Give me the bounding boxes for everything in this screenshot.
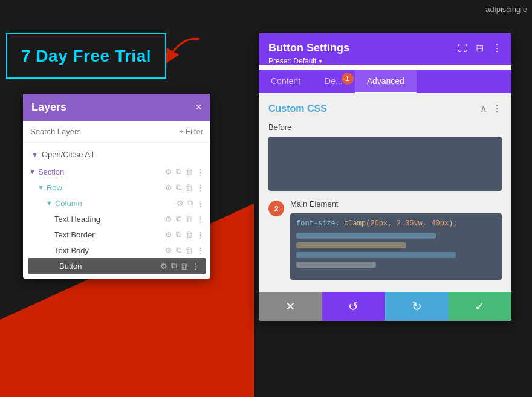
fullscreen-icon[interactable]: ⛶ — [458, 43, 467, 54]
layer-item-text-body[interactable]: Text Body ⚙ ⧉ 🗑 ⋮ — [23, 242, 210, 258]
settings-icon[interactable]: ⚙ — [165, 167, 172, 176]
layer-label: Text Heading — [54, 215, 165, 224]
delete-icon[interactable]: 🗑 — [185, 246, 193, 255]
blurred-line-1 — [296, 233, 436, 239]
code-separator-1: , — [388, 219, 396, 228]
more-icon[interactable]: ⋮ — [196, 215, 204, 224]
settings-panel: Button Settings ⛶ ⊟ ⋮ Preset: Default ▾ … — [259, 33, 511, 321]
blurred-line-3 — [296, 252, 456, 258]
settings-body: Custom CSS ∧ ⋮ Before 2 Main Element fon… — [259, 93, 511, 292]
layers-title: Layers — [31, 101, 66, 114]
layers-body: ▼ Open/Close All ▼ Section ⚙ ⧉ 🗑 ⋮ ▼ Row… — [23, 143, 210, 279]
delete-icon[interactable]: 🗑 — [180, 262, 188, 271]
settings-header-icons: ⛶ ⊟ ⋮ — [458, 42, 502, 54]
duplicate-icon[interactable]: ⧉ — [176, 167, 181, 176]
settings-header: Button Settings ⛶ ⊟ ⋮ Preset: Default ▾ — [259, 33, 511, 65]
layer-item-button[interactable]: Button ⚙ ⧉ 🗑 ⋮ — [28, 258, 206, 274]
free-trial-box: 7 Day Free Trial — [6, 33, 166, 79]
main-element-label: Main Element — [290, 199, 502, 208]
layer-item-column[interactable]: ▼ Column ⚙ ⧉ ⋮ — [23, 195, 210, 211]
duplicate-icon[interactable]: ⧉ — [176, 182, 181, 192]
code-number-3: 40px — [431, 219, 449, 228]
more-icon[interactable]: ⋮ — [492, 103, 502, 114]
settings-icon[interactable]: ⚙ — [165, 246, 172, 255]
before-label: Before — [268, 123, 502, 132]
main-element-row: 2 Main Element font-size: clamp(20px, 2.… — [268, 199, 502, 280]
delete-icon[interactable]: 🗑 — [185, 215, 193, 224]
blurred-code-lines — [296, 233, 496, 268]
open-close-all[interactable]: ▼ Open/Close All — [23, 147, 210, 164]
layer-actions: ⚙ ⧉ 🗑 ⋮ — [160, 261, 199, 271]
settings-footer: ✕ ↺ ↻ ✓ — [259, 292, 511, 321]
layers-search-input[interactable] — [30, 127, 174, 136]
badge-2: 2 — [268, 201, 284, 216]
duplicate-icon[interactable]: ⧉ — [171, 261, 177, 271]
tab-design[interactable]: De... 1 — [313, 70, 355, 93]
layers-panel: Layers × + Filter ▼ Open/Close All ▼ Sec… — [23, 94, 210, 279]
settings-icon[interactable]: ⚙ — [165, 230, 172, 239]
layer-actions: ⚙ ⧉ 🗑 ⋮ — [165, 230, 204, 239]
settings-icon[interactable]: ⚙ — [165, 183, 172, 192]
more-icon[interactable]: ⋮ — [196, 183, 204, 192]
layer-actions: ⚙ ⧉ 🗑 ⋮ — [165, 182, 204, 192]
more-icon[interactable]: ⋮ — [196, 230, 204, 239]
tab-content[interactable]: Content — [259, 70, 313, 93]
chevron-icon: ▼ — [46, 199, 53, 207]
tab-badge-1: 1 — [342, 73, 354, 85]
custom-css-header-icons: ∧ ⋮ — [480, 103, 502, 114]
layer-label: Row — [47, 183, 165, 192]
tab-advanced[interactable]: Advanced — [355, 70, 417, 93]
delete-icon[interactable]: 🗑 — [185, 183, 193, 192]
top-right-text: adipiscing e — [485, 5, 527, 14]
blurred-line-4 — [296, 262, 376, 268]
undo-button[interactable]: ↺ — [322, 292, 386, 321]
layer-item-section[interactable]: ▼ Section ⚙ ⧉ 🗑 ⋮ — [23, 164, 210, 179]
split-icon[interactable]: ⊟ — [476, 42, 484, 54]
free-trial-text: 7 Day Free Trial — [21, 47, 151, 66]
main-element-css-editor[interactable]: font-size: clamp(20px, 2.35vw, 40px); — [290, 213, 502, 280]
duplicate-icon[interactable]: ⧉ — [176, 230, 181, 239]
tab-content-label: Content — [271, 76, 300, 86]
delete-icon[interactable]: 🗑 — [185, 167, 193, 176]
layer-actions: ⚙ ⧉ 🗑 ⋮ — [165, 214, 204, 224]
redo-button[interactable]: ↻ — [385, 292, 449, 321]
layer-item-text-heading[interactable]: Text Heading ⚙ ⧉ 🗑 ⋮ — [23, 211, 210, 227]
chevron-icon: ▼ — [31, 151, 38, 158]
settings-icon[interactable]: ⚙ — [165, 215, 172, 224]
settings-title: Button Settings — [268, 42, 349, 54]
layer-item-row[interactable]: ▼ Row ⚙ ⧉ 🗑 ⋮ — [23, 179, 210, 195]
more-icon[interactable]: ⋮ — [196, 246, 204, 255]
more-options-icon[interactable]: ⋮ — [492, 42, 502, 54]
layer-actions: ⚙ ⧉ 🗑 ⋮ — [165, 245, 204, 255]
custom-css-header: Custom CSS ∧ ⋮ — [268, 103, 502, 114]
duplicate-icon[interactable]: ⧉ — [176, 214, 181, 224]
code-number-2: 2.35vw — [397, 219, 423, 228]
layer-label: Text Border — [54, 230, 165, 239]
code-property: font-size: — [296, 219, 344, 228]
duplicate-icon[interactable]: ⧉ — [187, 198, 193, 208]
chevron-icon: ▼ — [37, 184, 44, 191]
layer-label: Section — [38, 167, 165, 176]
tab-advanced-label: Advanced — [367, 76, 404, 86]
layer-item-text-border[interactable]: Text Border ⚙ ⧉ 🗑 ⋮ — [23, 227, 210, 242]
settings-icon[interactable]: ⚙ — [160, 262, 167, 271]
duplicate-icon[interactable]: ⧉ — [176, 245, 181, 255]
code-value: clamp( — [344, 219, 370, 228]
main-element-content: Main Element font-size: clamp(20px, 2.35… — [290, 199, 502, 280]
layer-label: Button — [59, 262, 160, 271]
settings-icon[interactable]: ⚙ — [177, 199, 184, 208]
layer-label: Column — [55, 199, 177, 208]
before-css-editor[interactable] — [268, 137, 502, 191]
more-icon[interactable]: ⋮ — [196, 167, 204, 176]
more-icon[interactable]: ⋮ — [192, 262, 199, 271]
preset-row: Preset: Default ▾ — [268, 57, 502, 65]
cancel-button[interactable]: ✕ — [259, 292, 322, 321]
layers-close-button[interactable]: × — [195, 101, 202, 114]
collapse-icon[interactable]: ∧ — [480, 103, 487, 114]
tab-design-label: De... — [325, 76, 343, 86]
layers-filter-button[interactable]: + Filter — [179, 127, 203, 136]
save-button[interactable]: ✓ — [449, 292, 512, 321]
delete-icon[interactable]: 🗑 — [185, 230, 193, 239]
code-line-1: font-size: clamp(20px, 2.35vw, 40px); — [296, 219, 496, 228]
more-icon[interactable]: ⋮ — [196, 199, 204, 208]
